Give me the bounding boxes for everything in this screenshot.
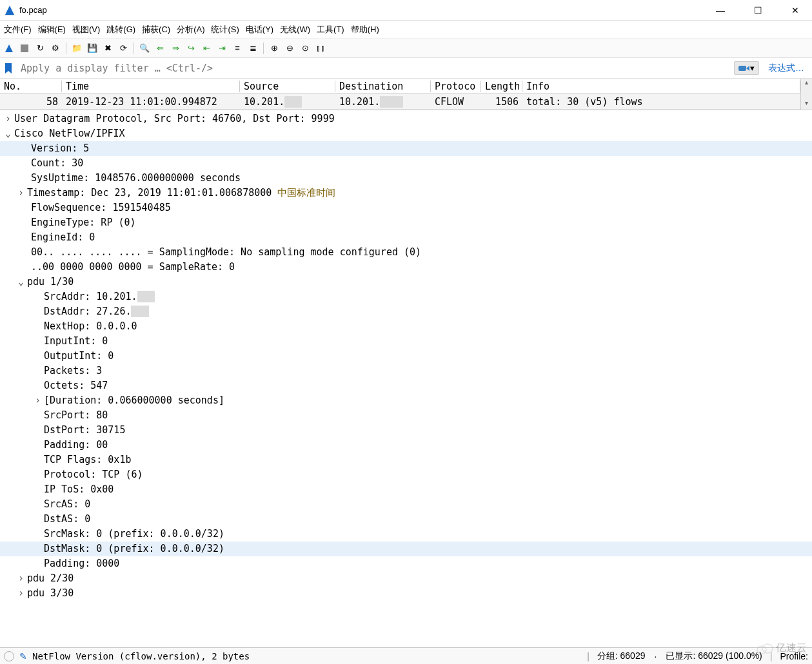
tree-sysuptime[interactable]: SysUptime: 1048576.000000000 seconds bbox=[0, 171, 812, 186]
cell-length: 1506 bbox=[481, 96, 522, 108]
tree-nexthop[interactable]: NextHop: 0.0.0.0 bbox=[0, 319, 812, 334]
tree-count[interactable]: Count: 30 bbox=[0, 156, 812, 171]
tree-engineid[interactable]: EngineId: 0 bbox=[0, 230, 812, 245]
toolbar-goto-icon[interactable]: ↪ bbox=[184, 42, 197, 55]
status-field: NetFlow Version (cflow.version), 2 bytes bbox=[32, 651, 579, 661]
column-no[interactable]: No. bbox=[0, 81, 62, 92]
tree-duration[interactable]: ›[Duration: 0.066000000 seconds] bbox=[0, 393, 812, 408]
tree-dstaddr[interactable]: DstAddr: 27.26.xxx bbox=[0, 304, 812, 319]
tree-dstas[interactable]: DstAS: 0 bbox=[0, 512, 812, 527]
tree-octets[interactable]: Octets: 547 bbox=[0, 378, 812, 393]
column-destination[interactable]: Destination bbox=[335, 81, 431, 92]
tree-protocol[interactable]: Protocol: TCP (6) bbox=[0, 467, 812, 482]
tree-flowsequence[interactable]: FlowSequence: 1591540485 bbox=[0, 200, 812, 215]
toolbar-restart-capture-icon[interactable]: ↻ bbox=[34, 42, 46, 55]
toolbar-forward-icon[interactable]: ⇒ bbox=[169, 42, 182, 55]
window-title: fo.pcap bbox=[19, 5, 708, 15]
tree-iptos[interactable]: IP ToS: 0x00 bbox=[0, 482, 812, 497]
tree-inputint[interactable]: InputInt: 0 bbox=[0, 334, 812, 349]
column-time[interactable]: Time bbox=[62, 81, 240, 92]
svg-rect-3 bbox=[738, 66, 746, 71]
tree-enginetype[interactable]: EngineType: RP (0) bbox=[0, 215, 812, 230]
menu-view[interactable]: 视图(V) bbox=[72, 24, 100, 35]
packet-row[interactable]: 58 2019-12-23 11:01:00.994872 10.201.xxx… bbox=[0, 94, 800, 110]
tree-srcport[interactable]: SrcPort: 80 bbox=[0, 408, 812, 423]
minimize-button[interactable]: — bbox=[708, 5, 733, 15]
toolbar-reload-icon[interactable]: ⟳ bbox=[117, 42, 130, 55]
toolbar-save-icon[interactable]: 💾 bbox=[86, 42, 99, 55]
column-length[interactable]: Length bbox=[481, 81, 522, 92]
svg-marker-0 bbox=[5, 5, 14, 14]
tree-pdu2[interactable]: ›pdu 2/30 bbox=[0, 571, 812, 586]
status-packets: 分组: 66029 bbox=[597, 650, 646, 662]
menu-file[interactable]: 文件(F) bbox=[4, 24, 32, 35]
toolbar-resize-columns-icon[interactable]: ⫿⫿ bbox=[314, 42, 327, 55]
toolbar-zoom-out-icon[interactable]: ⊖ bbox=[283, 42, 296, 55]
tree-srcaddr[interactable]: SrcAddr: 10.201.xxx bbox=[0, 289, 812, 304]
toolbar-autoscroll-icon[interactable]: ≡ bbox=[231, 42, 244, 55]
display-filter-input[interactable] bbox=[18, 60, 730, 77]
toolbar-zoom-in-icon[interactable]: ⊕ bbox=[268, 42, 281, 55]
tree-udp[interactable]: ›User Datagram Protocol, Src Port: 46760… bbox=[0, 112, 812, 126]
menu-analyze[interactable]: 分析(A) bbox=[177, 24, 204, 35]
packet-details-pane[interactable]: ›User Datagram Protocol, Src Port: 46760… bbox=[0, 110, 812, 647]
menu-tools[interactable]: 工具(T) bbox=[317, 24, 344, 35]
toolbar-back-icon[interactable]: ⇐ bbox=[153, 42, 166, 55]
column-info[interactable]: Info bbox=[522, 81, 800, 92]
tree-samplerate[interactable]: ..00 0000 0000 0000 = SampleRate: 0 bbox=[0, 260, 812, 275]
filter-bar: ▾ 表达式… bbox=[0, 58, 812, 79]
column-source[interactable]: Source bbox=[240, 81, 335, 92]
toolbar-separator bbox=[134, 43, 134, 54]
packet-list-header: No. Time Source Destination Protoco Leng… bbox=[0, 79, 800, 94]
menu-telephony[interactable]: 电话(Y) bbox=[246, 24, 273, 35]
toolbar-open-icon[interactable]: 📁 bbox=[70, 42, 83, 55]
cell-no: 58 bbox=[0, 96, 62, 108]
toolbar-colorize-icon[interactable]: ≣ bbox=[246, 42, 259, 55]
menu-help[interactable]: 帮助(H) bbox=[351, 24, 379, 35]
filter-apply-button[interactable]: ▾ bbox=[734, 61, 759, 75]
tree-timestamp[interactable]: ›Timestamp: Dec 23, 2019 11:01:01.006878… bbox=[0, 186, 812, 200]
toolbar-start-capture-icon[interactable] bbox=[3, 42, 15, 55]
packet-list-scrollbar[interactable]: ▴▾ bbox=[800, 79, 812, 110]
tree-version[interactable]: Version: 5 bbox=[0, 141, 812, 156]
tree-tcpflags[interactable]: TCP Flags: 0x1b bbox=[0, 453, 812, 467]
toolbar-options-icon[interactable]: ⚙ bbox=[49, 42, 62, 55]
toolbar-separator bbox=[263, 43, 264, 54]
toolbar-close-icon[interactable]: ✖ bbox=[101, 42, 114, 55]
tree-dstport[interactable]: DstPort: 30715 bbox=[0, 423, 812, 438]
edit-icon[interactable]: ✎ bbox=[19, 651, 27, 661]
menu-statistics[interactable]: 统计(S) bbox=[211, 24, 239, 35]
toolbar-first-icon[interactable]: ⇤ bbox=[200, 42, 213, 55]
toolbar-stop-capture-icon[interactable] bbox=[18, 42, 31, 55]
expert-info-icon[interactable] bbox=[4, 651, 14, 661]
svg-point-5 bbox=[762, 644, 773, 653]
tree-samplingmode[interactable]: 00.. .... .... .... = SamplingMode: No s… bbox=[0, 245, 812, 260]
toolbar-zoom-reset-icon[interactable]: ⊙ bbox=[299, 42, 312, 55]
toolbar-last-icon[interactable]: ⇥ bbox=[215, 42, 228, 55]
maximize-button[interactable]: ☐ bbox=[745, 5, 771, 15]
tree-pdu3[interactable]: ›pdu 3/30 bbox=[0, 586, 812, 601]
tree-padding1[interactable]: Padding: 00 bbox=[0, 438, 812, 453]
menu-edit[interactable]: 编辑(E) bbox=[38, 24, 66, 35]
watermark: 亿速云 bbox=[757, 641, 807, 655]
tree-outputint[interactable]: OutputInt: 0 bbox=[0, 349, 812, 364]
menu-capture[interactable]: 捕获(C) bbox=[142, 24, 170, 35]
status-displayed: 已显示: 66029 (100.0%) bbox=[666, 650, 762, 662]
tree-srcmask[interactable]: SrcMask: 0 (prefix: 0.0.0.0/32) bbox=[0, 527, 812, 542]
expression-button[interactable]: 表达式… bbox=[763, 63, 809, 74]
cell-protocol: CFLOW bbox=[431, 96, 481, 108]
column-protocol[interactable]: Protoco bbox=[431, 81, 481, 92]
tree-netflow[interactable]: ⌄Cisco NetFlow/IPFIX bbox=[0, 126, 812, 141]
toolbar-find-icon[interactable]: 🔍 bbox=[138, 42, 151, 55]
bookmark-icon[interactable] bbox=[3, 63, 14, 74]
tree-padding2[interactable]: Padding: 0000 bbox=[0, 556, 812, 571]
main-toolbar: ↻ ⚙ 📁 💾 ✖ ⟳ 🔍 ⇐ ⇒ ↪ ⇤ ⇥ ≡ ≣ ⊕ ⊖ ⊙ ⫿⫿ bbox=[0, 39, 812, 58]
menu-go[interactable]: 跳转(G) bbox=[106, 24, 135, 35]
tree-pdu1[interactable]: ⌄pdu 1/30 bbox=[0, 275, 812, 289]
tree-srcas[interactable]: SrcAS: 0 bbox=[0, 497, 812, 512]
menu-wireless[interactable]: 无线(W) bbox=[280, 24, 310, 35]
cell-source: 10.201.xxx bbox=[240, 96, 335, 108]
tree-packets[interactable]: Packets: 3 bbox=[0, 364, 812, 378]
close-button[interactable]: ✕ bbox=[782, 5, 808, 15]
tree-dstmask[interactable]: DstMask: 0 (prefix: 0.0.0.0/32) bbox=[0, 542, 812, 556]
